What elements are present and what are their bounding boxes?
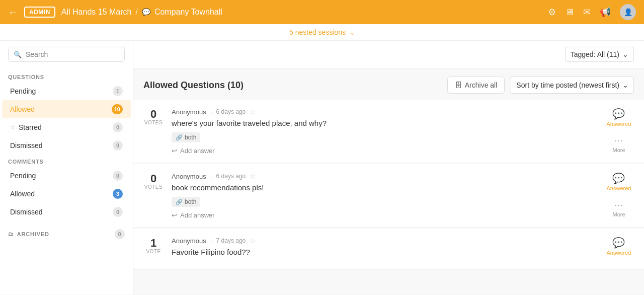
top-navigation: ← ADMIN All Hands 15 March / 💬 Company T… bbox=[0, 0, 644, 24]
add-answer-button[interactable]: ↩ Add answer bbox=[172, 147, 215, 155]
search-container[interactable]: 🔍 bbox=[8, 47, 125, 62]
pending-comments-label: Pending bbox=[10, 172, 113, 180]
tagged-label: Tagged: All (11) bbox=[571, 50, 619, 58]
star-toggle-icon[interactable]: ☆ bbox=[250, 172, 256, 180]
more-label: More bbox=[612, 211, 625, 217]
questions-section-title: QUESTIONS bbox=[0, 70, 133, 82]
more-dots-icon: ⋯ bbox=[614, 135, 624, 146]
tagged-dropdown[interactable]: Tagged: All (11) ⌄ bbox=[565, 47, 634, 62]
question-tag: 🔗 both bbox=[172, 132, 200, 142]
votes-box: 0 VOTES bbox=[143, 172, 164, 190]
votes-box: 1 VOTE bbox=[143, 237, 164, 254]
main-layout: 🔍 QUESTIONS Pending 1 Allowed 10 ☆ Starr… bbox=[0, 41, 644, 294]
back-button[interactable]: ← bbox=[8, 7, 18, 17]
sort-chevron-icon: ⌄ bbox=[622, 81, 628, 89]
votes-label: VOTES bbox=[143, 120, 164, 125]
more-dots-icon: ⋯ bbox=[614, 199, 624, 210]
question-text: where's your favorite traveled place, an… bbox=[172, 118, 596, 128]
question-actions: 💬 Answered ⋯ More bbox=[604, 172, 634, 217]
star-toggle-icon[interactable]: ☆ bbox=[250, 237, 256, 245]
question-body: Anonymous · 6 days ago ☆ where's your fa… bbox=[172, 108, 596, 155]
dismissed-questions-badge: 0 bbox=[113, 140, 123, 151]
content-area: Tagged: All (11) ⌄ Allowed Questions (10… bbox=[133, 41, 644, 294]
comments-section-title: COMMENTS bbox=[0, 155, 133, 167]
sidebar-item-starred-questions[interactable]: ☆ Starred 0 bbox=[2, 118, 131, 136]
answered-icon: 💬 bbox=[612, 172, 625, 184]
starred-questions-badge: 0 bbox=[113, 122, 123, 132]
question-meta: Anonymous · 6 days ago ☆ bbox=[172, 108, 596, 116]
allowed-comments-label: Allowed bbox=[10, 190, 113, 198]
tag-label: both bbox=[185, 198, 196, 205]
archive-all-label: Archive all bbox=[465, 81, 498, 89]
answered-icon: 💬 bbox=[612, 237, 625, 249]
tag-icon: 🔗 bbox=[176, 134, 183, 141]
breadcrumb-session[interactable]: Company Townhall bbox=[154, 8, 222, 17]
sidebar-item-allowed-comments[interactable]: Allowed 3 bbox=[2, 185, 131, 203]
sidebar-item-dismissed-comments[interactable]: Dismissed 0 bbox=[2, 203, 131, 221]
answered-button[interactable]: 💬 Answered bbox=[607, 172, 631, 191]
allowed-comments-badge: 3 bbox=[113, 189, 123, 199]
add-answer-icon: ↩ bbox=[172, 147, 177, 155]
sidebar: 🔍 QUESTIONS Pending 1 Allowed 10 ☆ Starr… bbox=[0, 41, 133, 294]
dismissed-comments-label: Dismissed bbox=[10, 208, 113, 216]
answered-label: Answered bbox=[607, 121, 631, 127]
breadcrumb-separator: / bbox=[135, 8, 137, 17]
question-author: Anonymous bbox=[172, 173, 206, 180]
star-toggle-icon[interactable]: ☆ bbox=[250, 108, 256, 116]
add-answer-icon: ↩ bbox=[172, 211, 177, 219]
add-answer-button[interactable]: ↩ Add answer bbox=[172, 211, 215, 219]
votes-box: 0 VOTES bbox=[143, 108, 164, 125]
archive-folder-icon: 🗂 bbox=[8, 231, 14, 237]
session-icon: 💬 bbox=[142, 8, 150, 16]
sidebar-item-pending-questions[interactable]: Pending 1 bbox=[2, 82, 131, 100]
question-author: Anonymous bbox=[172, 237, 206, 245]
answered-button[interactable]: 💬 Answered bbox=[607, 108, 631, 127]
question-text: book recommendations pls! bbox=[172, 182, 596, 193]
screen-icon[interactable]: 🖥 bbox=[565, 7, 574, 18]
search-icon: 🔍 bbox=[14, 51, 22, 58]
archived-badge: 0 bbox=[115, 229, 125, 239]
dismissed-comments-badge: 0 bbox=[113, 207, 123, 217]
archive-icon: 🗄 bbox=[455, 81, 462, 89]
table-row: 1 VOTE Anonymous · 7 days ago ☆ Favorite… bbox=[133, 229, 644, 270]
more-button[interactable]: ⋯ More bbox=[612, 135, 625, 153]
archived-section-title: 🗂 ARCHIVED 0 bbox=[0, 221, 133, 241]
breadcrumb: All Hands 15 March / 💬 Company Townhall bbox=[61, 8, 222, 17]
sidebar-item-allowed-questions[interactable]: Allowed 10 bbox=[2, 100, 131, 118]
header-actions: 🗄 Archive all Sort by time posted (newes… bbox=[447, 77, 634, 94]
more-button[interactable]: ⋯ More bbox=[612, 199, 625, 217]
sort-dropdown[interactable]: Sort by time posted (newest first) ⌄ bbox=[511, 77, 634, 94]
settings-icon[interactable]: ⚙ bbox=[548, 7, 556, 18]
starred-questions-label: Starred bbox=[19, 123, 113, 131]
avatar[interactable]: 👤 bbox=[620, 4, 636, 20]
question-author: Anonymous bbox=[172, 108, 206, 116]
dismissed-questions-label: Dismissed bbox=[10, 141, 113, 150]
nested-sessions-text: 5 nested sessions bbox=[289, 28, 346, 36]
question-actions: 💬 Answered bbox=[604, 237, 634, 256]
table-row: 0 VOTES Anonymous · 6 days ago ☆ where's… bbox=[133, 100, 644, 163]
archive-all-button[interactable]: 🗄 Archive all bbox=[447, 77, 505, 94]
allowed-questions-label: Allowed bbox=[10, 105, 112, 113]
answered-icon: 💬 bbox=[612, 108, 625, 120]
announce-icon[interactable]: 📢 bbox=[600, 7, 611, 18]
question-tag: 🔗 both bbox=[172, 197, 200, 207]
votes-label: VOTES bbox=[143, 184, 164, 190]
pending-questions-badge: 1 bbox=[113, 86, 123, 96]
breadcrumb-event[interactable]: All Hands 15 March bbox=[61, 8, 132, 17]
search-input[interactable] bbox=[26, 50, 119, 58]
questions-header: Allowed Questions (10) 🗄 Archive all Sor… bbox=[133, 68, 644, 100]
question-body: Anonymous · 6 days ago ☆ book recommenda… bbox=[172, 172, 596, 219]
answered-label: Answered bbox=[607, 250, 631, 256]
nested-sessions-chevron: ⌄ bbox=[350, 29, 355, 36]
sidebar-item-pending-comments[interactable]: Pending 0 bbox=[2, 167, 131, 185]
answered-button[interactable]: 💬 Answered bbox=[607, 237, 631, 256]
nested-sessions-bar[interactable]: 5 nested sessions ⌄ bbox=[0, 24, 644, 41]
nav-icons: ⚙ 🖥 ✉ 📢 👤 bbox=[548, 4, 636, 20]
sidebar-item-dismissed-questions[interactable]: Dismissed 0 bbox=[2, 136, 131, 155]
pending-comments-badge: 0 bbox=[113, 171, 123, 181]
mail-icon[interactable]: ✉ bbox=[583, 7, 591, 18]
question-actions: 💬 Answered ⋯ More bbox=[604, 108, 634, 153]
more-label: More bbox=[612, 147, 625, 153]
tag-icon: 🔗 bbox=[176, 199, 183, 205]
sort-label: Sort by time posted (newest first) bbox=[516, 81, 619, 89]
